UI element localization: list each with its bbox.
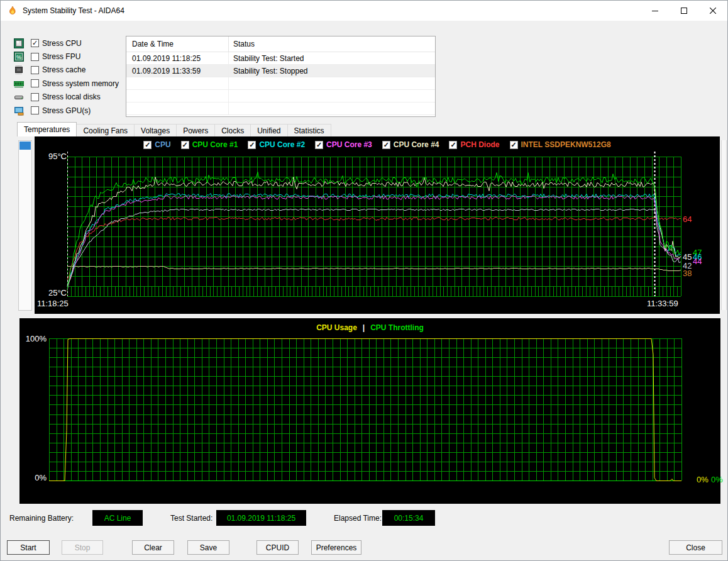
usage-title-separator: | — [363, 323, 365, 332]
temp-y-min-label: 25°C — [43, 288, 67, 297]
memory-icon — [14, 79, 24, 89]
legend-label: CPU Core #4 — [394, 140, 439, 149]
legend-item-intel-ssdpeknw512g8[interactable]: ✓INTEL SSDPEKNW512G8 — [510, 140, 611, 149]
stress-option-stress-local-disks: Stress local disks — [14, 91, 119, 104]
column-header-status[interactable]: Status — [229, 36, 435, 52]
tab-voltages[interactable]: Voltages — [134, 124, 177, 136]
log-cell-datetime — [126, 103, 229, 114]
preferences-button[interactable]: Preferences — [311, 540, 361, 555]
checkbox[interactable] — [31, 106, 39, 114]
usage-y-min-label: 0% — [23, 473, 47, 482]
app-window: System Stability Test - AIDA64 ✓Stress C… — [0, 0, 728, 561]
legend-item-cpu-core-1[interactable]: ✓CPU Core #1 — [181, 140, 238, 149]
usage-chart-panel: CPU Usage | CPU Throttling 100% 0% 0%0% — [19, 318, 720, 504]
stop-button: Stop — [62, 540, 103, 555]
column-header-date-time[interactable]: Date & Time — [126, 36, 229, 52]
status-bar: Remaining Battery:AC LineTest Started:01… — [9, 510, 722, 526]
button-row: StartStopClearSaveCPUIDPreferencesClose — [7, 540, 724, 555]
tab-temperatures[interactable]: Temperatures — [17, 122, 77, 136]
legend-label: CPU — [155, 140, 170, 149]
status-value-remaining-battery: AC Line — [92, 510, 143, 526]
cache-icon — [14, 65, 24, 75]
temperature-legend: ✓CPU✓CPU Core #1✓CPU Core #2✓CPU Core #3… — [35, 140, 720, 149]
checkbox[interactable]: ✓ — [510, 141, 518, 149]
chart-vertical-scrollbar[interactable] — [18, 140, 32, 311]
close-icon — [710, 8, 716, 14]
log-cell-status: Stability Test: Started — [229, 52, 435, 64]
legend-item-cpu-core-3[interactable]: ✓CPU Core #3 — [315, 140, 372, 149]
status-label-elapsed-time: Elapsed Time: — [334, 514, 382, 523]
stress-options-list: ✓Stress CPU%Stress FPUStress cacheStress… — [14, 36, 119, 117]
usage-y-max-label: 100% — [23, 334, 47, 343]
value-label: 45 — [683, 252, 692, 262]
checkbox[interactable] — [31, 93, 39, 101]
log-cell-status — [229, 90, 435, 102]
checkbox[interactable] — [31, 53, 39, 61]
stress-option-label: Stress cache — [42, 65, 85, 74]
fpu-icon: % — [14, 52, 24, 62]
log-cell-datetime — [126, 77, 229, 89]
log-row-empty — [126, 103, 435, 115]
maximize-button[interactable] — [670, 1, 698, 20]
cpu-icon — [14, 38, 24, 48]
tab-statistics[interactable]: Statistics — [287, 124, 331, 136]
minimize-button[interactable] — [641, 1, 670, 20]
stress-option-label: Stress FPU — [42, 52, 80, 61]
start-button[interactable]: Start — [7, 540, 50, 555]
stress-option-label: Stress local disks — [42, 92, 101, 101]
clear-button[interactable]: Clear — [132, 540, 174, 555]
tab-clocks[interactable]: Clocks — [214, 124, 251, 136]
legend-item-cpu-core-4[interactable]: ✓CPU Core #4 — [382, 140, 439, 149]
maximize-icon — [681, 8, 687, 14]
legend-label: PCH Diode — [460, 140, 499, 149]
checkbox[interactable]: ✓ — [248, 141, 256, 149]
legend-label: CPU Core #1 — [192, 140, 238, 149]
stress-option-stress-system-memory: Stress system memory — [14, 77, 119, 90]
temp-y-max-label: 95°C — [43, 152, 67, 161]
title-bar: System Stability Test - AIDA64 — [1, 1, 727, 21]
usage-chart-title: CPU Usage | CPU Throttling — [19, 323, 720, 332]
legend-label: INTEL SSDPEKNW512G8 — [521, 140, 611, 149]
gpu-icon — [14, 106, 24, 116]
tab-cooling-fans[interactable]: Cooling Fans — [76, 124, 135, 136]
usage-chart — [19, 318, 720, 504]
legend-item-cpu[interactable]: ✓CPU — [143, 140, 170, 149]
usage-title-cpu-throttling: CPU Throttling — [370, 323, 424, 332]
stress-option-stress-fpu: %Stress FPU — [14, 50, 119, 63]
checkbox[interactable] — [31, 79, 39, 87]
checkbox[interactable]: ✓ — [181, 141, 189, 149]
temperature-chart — [35, 136, 720, 314]
checkbox[interactable] — [31, 66, 39, 74]
stress-option-stress-gpu-s: Stress GPU(s) — [14, 104, 119, 117]
log-row[interactable]: 01.09.2019 11:33:59Stability Test: Stopp… — [126, 65, 435, 77]
log-row-empty — [126, 77, 435, 90]
legend-label: CPU Core #2 — [259, 140, 305, 149]
tab-unified[interactable]: Unified — [250, 124, 287, 136]
log-cell-datetime: 01.09.2019 11:18:25 — [126, 52, 229, 64]
temp-x-end-label: 11:33:59 — [647, 299, 678, 308]
legend-item-pch-diode[interactable]: ✓PCH Diode — [449, 140, 499, 149]
checkbox[interactable]: ✓ — [382, 141, 390, 149]
close-button[interactable] — [698, 1, 727, 20]
legend-item-cpu-core-2[interactable]: ✓CPU Core #2 — [248, 140, 305, 149]
checkbox[interactable]: ✓ — [449, 141, 457, 149]
tab-powers[interactable]: Powers — [176, 124, 215, 136]
log-cell-datetime — [126, 90, 229, 102]
temp-x-start-label: 11:18:25 — [37, 299, 69, 308]
checkbox[interactable]: ✓ — [143, 141, 152, 149]
scrollbar-thumb[interactable] — [19, 142, 31, 150]
log-row[interactable]: 01.09.2019 11:18:25Stability Test: Start… — [126, 52, 435, 65]
value-label: 38 — [683, 269, 692, 278]
status-label-remaining-battery: Remaining Battery: — [9, 514, 74, 523]
chart-right-scrollbar[interactable] — [721, 140, 727, 310]
value-label: 0% — [711, 475, 723, 484]
window-title: System Stability Test - AIDA64 — [23, 6, 124, 15]
cpuid-button[interactable]: CPUID — [256, 540, 299, 555]
stress-option-label: Stress CPU — [42, 39, 82, 48]
save-button[interactable]: Save — [187, 540, 229, 555]
checkbox[interactable]: ✓ — [31, 39, 39, 47]
close-button[interactable]: Close — [669, 540, 722, 555]
stress-option-label: Stress system memory — [42, 79, 119, 88]
checkbox[interactable]: ✓ — [315, 141, 323, 149]
log-cell-status: Stability Test: Stopped — [229, 65, 435, 77]
